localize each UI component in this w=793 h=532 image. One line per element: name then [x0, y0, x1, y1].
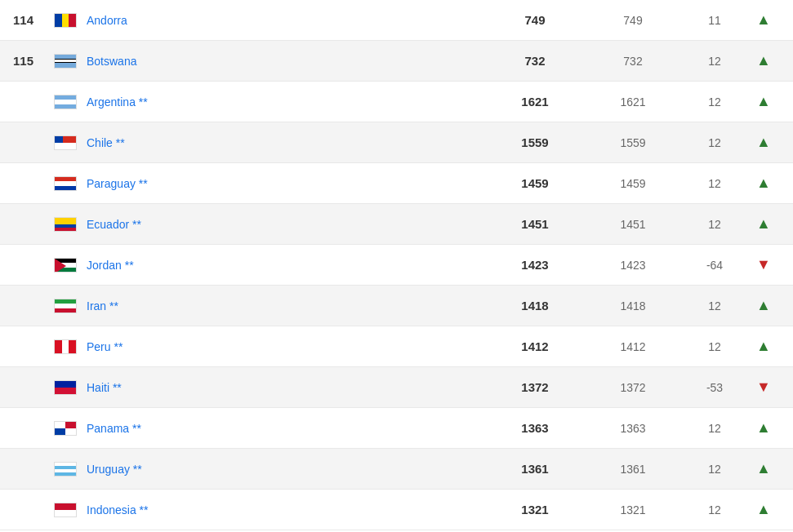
points-bold: 1412 — [486, 339, 584, 353]
direction-arrow: ▲ — [747, 93, 780, 110]
flag-cell — [54, 299, 87, 313]
country-name[interactable]: Panama ** — [87, 422, 486, 435]
change-value: 12 — [682, 177, 747, 190]
points-bold: 749 — [486, 13, 584, 27]
change-value: -64 — [682, 259, 747, 272]
change-value: 12 — [682, 136, 747, 149]
direction-arrow: ▲ — [747, 419, 780, 437]
flag-cell — [54, 13, 87, 28]
country-name[interactable]: Indonesia ** — [87, 503, 486, 516]
flag-cell — [54, 135, 87, 150]
up-arrow-icon: ▲ — [756, 11, 771, 28]
change-value: 12 — [682, 503, 747, 516]
flag-cell — [54, 95, 87, 109]
up-arrow-icon: ▲ — [756, 338, 771, 354]
direction-arrow: ▲ — [747, 338, 780, 355]
country-name[interactable]: Paraguay ** — [87, 177, 486, 190]
points: 1321 — [584, 503, 682, 516]
rank-cell: 114 — [13, 13, 54, 27]
flag-pa — [54, 421, 77, 436]
change-value: 12 — [682, 95, 747, 109]
flag-uy — [54, 462, 77, 477]
flag-ar — [54, 95, 77, 109]
flag-bw — [54, 54, 77, 69]
country-name[interactable]: Jordan ** — [87, 259, 486, 272]
change-value: 11 — [682, 14, 747, 27]
table-row: Uruguay **1361136112▲ — [0, 449, 793, 490]
points: 732 — [584, 55, 682, 68]
flag-cell — [54, 217, 87, 232]
points: 1372 — [584, 381, 682, 394]
points: 1423 — [584, 259, 682, 272]
down-arrow-icon: ▼ — [756, 379, 771, 395]
direction-arrow: ▲ — [747, 175, 780, 192]
points-bold: 1459 — [486, 176, 584, 190]
table-row: Iran **1418141812▲ — [0, 286, 793, 326]
up-arrow-icon: ▲ — [756, 297, 771, 313]
up-arrow-icon: ▲ — [756, 215, 771, 232]
flag-cell — [54, 380, 87, 395]
change-value: 12 — [682, 422, 747, 435]
flag-cell — [54, 503, 87, 517]
points-bold: 732 — [486, 54, 584, 68]
points-bold: 1361 — [486, 462, 584, 476]
down-arrow-icon: ▼ — [756, 256, 771, 273]
country-name[interactable]: Chile ** — [87, 136, 486, 149]
up-arrow-icon: ▲ — [756, 52, 771, 69]
country-name[interactable]: Argentina ** — [87, 95, 486, 109]
table-row: Panama **1363136312▲ — [0, 408, 793, 449]
direction-arrow: ▲ — [747, 52, 780, 69]
direction-arrow: ▼ — [747, 379, 780, 396]
table-row: Ecuador **1451145112▲ — [0, 204, 793, 245]
points-bold: 1451 — [486, 217, 584, 231]
points-bold: 1418 — [486, 299, 584, 313]
country-name[interactable]: Uruguay ** — [87, 463, 486, 476]
points: 1412 — [584, 340, 682, 353]
flag-cl — [54, 135, 77, 150]
table-row: Argentina **1621162112▲ — [0, 82, 793, 122]
direction-arrow: ▲ — [747, 501, 780, 518]
rank-cell: 115 — [13, 54, 54, 68]
change-value: 12 — [682, 299, 747, 313]
flag-cell — [54, 421, 87, 436]
points-bold: 1363 — [486, 421, 584, 435]
country-name[interactable]: Ecuador ** — [87, 218, 486, 231]
country-name[interactable]: Peru ** — [87, 340, 486, 353]
points: 1451 — [584, 218, 682, 231]
flag-py — [54, 176, 77, 191]
country-name[interactable]: Haiti ** — [87, 381, 486, 394]
points-bold: 1321 — [486, 503, 584, 516]
direction-arrow: ▲ — [747, 297, 780, 314]
points-bold: 1372 — [486, 380, 584, 394]
flag-ec — [54, 217, 77, 232]
points-bold: 1559 — [486, 135, 584, 149]
table-row: 115Botswana73273212▲ — [0, 41, 793, 82]
table-row: Paraguay **1459145912▲ — [0, 163, 793, 204]
country-name[interactable]: Botswana — [87, 55, 486, 68]
change-value: 12 — [682, 463, 747, 476]
flag-ht — [54, 380, 77, 395]
table-row: Indonesia **1321132112▲ — [0, 490, 793, 530]
direction-arrow: ▲ — [747, 215, 780, 233]
flag-cell — [54, 54, 87, 69]
country-name[interactable]: Iran ** — [87, 299, 486, 313]
flag-id — [54, 503, 77, 517]
points: 1559 — [584, 136, 682, 149]
country-name[interactable]: Andorra — [87, 14, 486, 27]
up-arrow-icon: ▲ — [756, 419, 771, 436]
flag-cell — [54, 462, 87, 477]
points: 1621 — [584, 95, 682, 109]
up-arrow-icon: ▲ — [756, 134, 771, 150]
table-row: Chile **1559155912▲ — [0, 122, 793, 163]
flag-ir — [54, 299, 77, 313]
table-row: Haiti **13721372-53▼ — [0, 367, 793, 408]
table-row: 114Andorra74974911▲ — [0, 0, 793, 41]
direction-arrow: ▲ — [747, 460, 780, 477]
flag-cell — [54, 258, 87, 273]
table-row: Jordan **14231423-64▼ — [0, 245, 793, 286]
change-value: 12 — [682, 55, 747, 68]
flag-cell — [54, 339, 87, 354]
flag-jo — [54, 258, 77, 273]
up-arrow-icon: ▲ — [756, 460, 771, 477]
points-bold: 1621 — [486, 95, 584, 109]
